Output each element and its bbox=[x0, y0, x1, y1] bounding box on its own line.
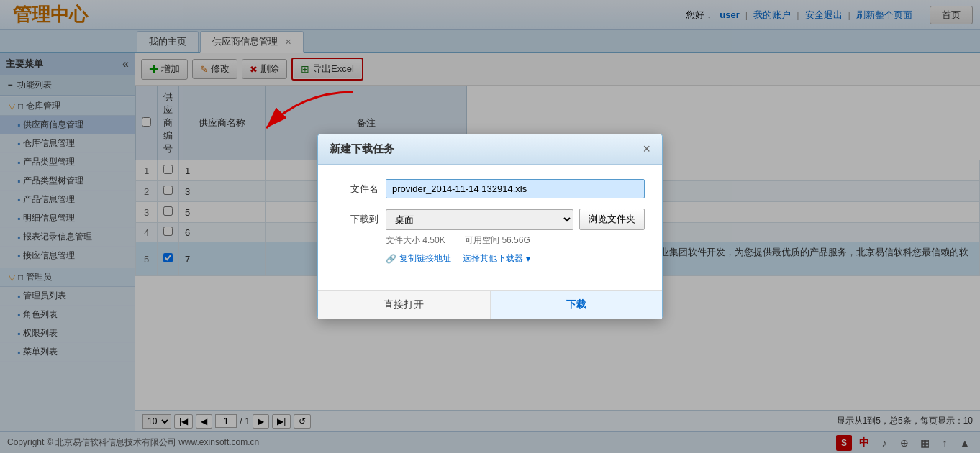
modal-body: 文件名 下载到 桌面 浏览文件夹 文件大小 4.50K 可用空间 56.56G … bbox=[318, 165, 662, 290]
dest-select[interactable]: 桌面 bbox=[386, 209, 573, 230]
chevron-down-icon: ▾ bbox=[526, 254, 530, 264]
filename-row: 文件名 bbox=[335, 179, 645, 198]
download-dialog: 新建下载任务 × 文件名 下载到 桌面 浏览文件夹 文件大小 4.50K 可用空… bbox=[317, 134, 663, 319]
dest-row: 下载到 桌面 浏览文件夹 bbox=[335, 209, 645, 230]
filename-input[interactable] bbox=[386, 179, 645, 198]
copy-link-btn[interactable]: 🔗 复制链接地址 bbox=[386, 252, 451, 265]
file-info: 文件大小 4.50K 可用空间 56.56G bbox=[386, 234, 645, 247]
link-row: 🔗 复制链接地址 选择其他下载器 ▾ bbox=[386, 252, 645, 265]
dest-label: 下载到 bbox=[335, 213, 378, 226]
modal-close-btn[interactable]: × bbox=[643, 142, 650, 157]
other-downloader-btn[interactable]: 选择其他下载器 ▾ bbox=[463, 252, 530, 265]
available-space: 可用空间 56.56G bbox=[465, 235, 530, 245]
modal-header: 新建下载任务 × bbox=[318, 134, 662, 165]
modal-title: 新建下载任务 bbox=[330, 142, 394, 156]
modal-overlay: 新建下载任务 × 文件名 下载到 桌面 浏览文件夹 文件大小 4.50K 可用空… bbox=[0, 0, 980, 453]
link-icon: 🔗 bbox=[386, 254, 396, 264]
browse-folder-btn[interactable]: 浏览文件夹 bbox=[579, 209, 645, 230]
open-directly-btn[interactable]: 直接打开 bbox=[318, 291, 491, 319]
file-size: 文件大小 4.50K bbox=[386, 235, 445, 245]
modal-footer: 直接打开 下载 bbox=[318, 290, 662, 319]
download-btn[interactable]: 下载 bbox=[491, 291, 663, 319]
filename-label: 文件名 bbox=[335, 183, 378, 196]
